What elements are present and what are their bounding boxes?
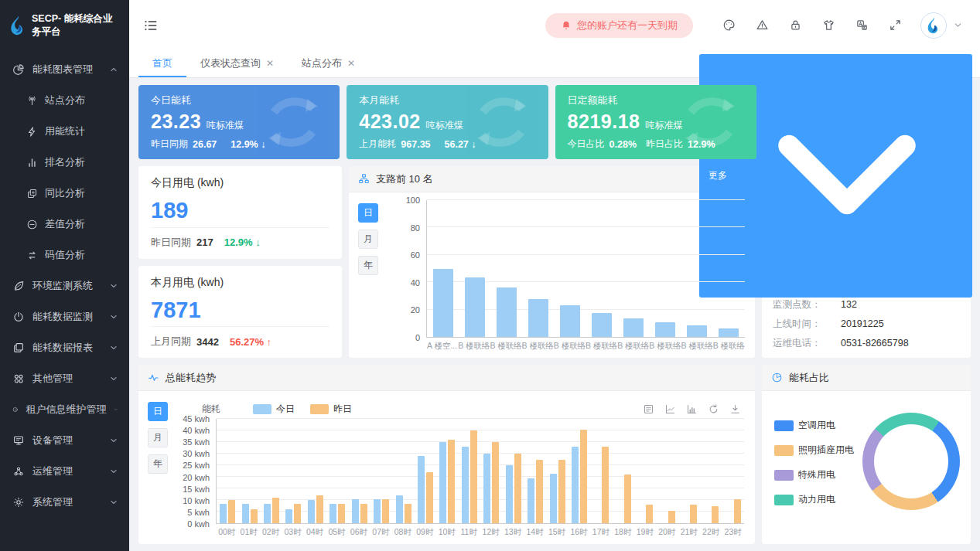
bar-group[interactable] — [392, 419, 414, 523]
warning-triangle-icon[interactable] — [756, 19, 769, 32]
bar[interactable] — [514, 454, 521, 523]
bar-group[interactable] — [554, 200, 586, 337]
bar[interactable] — [550, 474, 557, 524]
sidebar-item-4[interactable]: 其他管理 — [0, 363, 129, 394]
data-view-icon[interactable] — [643, 403, 654, 415]
sidebar-item-6[interactable]: 设备管理 — [0, 425, 129, 456]
bar[interactable] — [308, 500, 315, 523]
bar-group[interactable] — [634, 419, 656, 523]
sidebar-subitem-5[interactable]: 码值分析 — [0, 240, 129, 270]
bar-group[interactable] — [524, 419, 546, 523]
bar[interactable] — [374, 499, 381, 524]
bar-group[interactable] — [700, 419, 722, 523]
close-icon[interactable]: ✕ — [266, 58, 274, 69]
bar[interactable] — [294, 504, 301, 524]
bar[interactable] — [712, 506, 719, 524]
bar-group[interactable] — [459, 200, 490, 337]
bar-group[interactable] — [326, 419, 348, 523]
bar-chart-icon[interactable] — [686, 403, 698, 415]
sidebar-subitem-0[interactable]: 站点分布 — [0, 85, 129, 116]
bar[interactable] — [228, 500, 235, 523]
bar[interactable] — [646, 505, 653, 523]
bar-group[interactable] — [459, 419, 480, 523]
bar[interactable] — [719, 328, 739, 338]
fullscreen-icon[interactable] — [889, 19, 902, 32]
bar[interactable] — [448, 440, 455, 523]
bar[interactable] — [462, 447, 469, 523]
tab-0[interactable]: 首页 — [138, 50, 186, 77]
avatar[interactable] — [920, 12, 947, 39]
bar-group[interactable] — [569, 419, 590, 523]
bar[interactable] — [655, 322, 675, 337]
period-toggle-月[interactable]: 月 — [148, 428, 168, 447]
bar-group[interactable] — [436, 419, 458, 523]
bar[interactable] — [426, 472, 433, 523]
bar-group[interactable] — [613, 419, 634, 523]
bar-group[interactable] — [650, 200, 681, 337]
bar[interactable] — [470, 430, 477, 523]
bar[interactable] — [580, 430, 587, 524]
bar[interactable] — [264, 504, 271, 524]
sidebar-item-1[interactable]: 环境监测系统 — [0, 270, 129, 301]
bar-group[interactable] — [678, 419, 700, 523]
close-icon[interactable]: ✕ — [347, 58, 355, 69]
bar[interactable] — [338, 504, 345, 524]
bar-group[interactable] — [238, 419, 260, 523]
bar-group[interactable] — [217, 419, 238, 523]
bar-group[interactable] — [415, 419, 436, 523]
bar[interactable] — [285, 509, 292, 523]
bar[interactable] — [687, 325, 707, 337]
bar[interactable] — [536, 460, 543, 524]
sidebar-item-3[interactable]: 能耗数据报表 — [0, 332, 129, 363]
bar[interactable] — [272, 498, 279, 523]
bar[interactable] — [734, 499, 741, 524]
chevron-down-icon[interactable] — [953, 20, 963, 30]
sidebar-subitem-1[interactable]: 用能统计 — [0, 116, 129, 147]
period-toggle-日[interactable]: 日 — [148, 402, 168, 421]
bar[interactable] — [528, 478, 534, 524]
bar-group[interactable] — [656, 419, 678, 523]
bar[interactable] — [506, 465, 513, 523]
sidebar-item-5[interactable]: 租户信息维护管理 — [0, 394, 129, 425]
lock-icon[interactable] — [789, 19, 802, 32]
pie-legend-item-动力用电[interactable]: 动力用电 — [774, 493, 854, 506]
bar-group[interactable] — [305, 419, 326, 523]
bar-group[interactable] — [480, 419, 502, 523]
bar[interactable] — [360, 504, 367, 524]
pie-legend-item-照明插座用电[interactable]: 照明插座用电 — [774, 444, 854, 457]
sidebar-subitem-2[interactable]: 排名分析 — [0, 147, 129, 178]
bar[interactable] — [668, 511, 675, 524]
bar-group[interactable] — [282, 419, 304, 523]
bar[interactable] — [623, 318, 644, 337]
bar[interactable] — [560, 305, 580, 337]
bar[interactable] — [439, 442, 446, 523]
bar[interactable] — [592, 313, 612, 337]
bar-group[interactable] — [713, 200, 745, 337]
sidebar-subitem-4[interactable]: 差值分析 — [0, 209, 129, 240]
bar[interactable] — [418, 456, 425, 523]
download-icon[interactable] — [729, 403, 741, 415]
bar-group[interactable] — [261, 419, 282, 523]
period-toggle-年[interactable]: 年 — [148, 454, 168, 474]
bar-group[interactable] — [522, 200, 554, 337]
bar-group[interactable] — [618, 200, 650, 337]
period-toggle-月[interactable]: 月 — [358, 230, 378, 249]
sidebar-subitem-3[interactable]: 同比分析 — [0, 178, 129, 209]
collapse-menu-icon[interactable] — [143, 18, 159, 33]
hamburger-icon[interactable] — [143, 18, 159, 33]
bar[interactable] — [690, 505, 697, 523]
bar[interactable] — [497, 287, 517, 337]
legend-item-今日[interactable]: 今日 — [253, 403, 295, 416]
translate-icon[interactable] — [855, 19, 869, 32]
bar-group[interactable] — [590, 419, 612, 523]
bar-group[interactable] — [502, 419, 524, 523]
refresh-icon[interactable] — [708, 403, 719, 415]
bar[interactable] — [396, 495, 403, 523]
theme-icon[interactable] — [822, 19, 835, 32]
bar-group[interactable] — [681, 200, 713, 337]
tab-1[interactable]: 仪表状态查询✕ — [186, 50, 288, 77]
palette-icon[interactable] — [722, 19, 736, 32]
legend-item-昨日[interactable]: 昨日 — [310, 403, 352, 416]
bar-group[interactable] — [349, 419, 370, 523]
tab-2[interactable]: 站点分布✕ — [288, 50, 369, 77]
